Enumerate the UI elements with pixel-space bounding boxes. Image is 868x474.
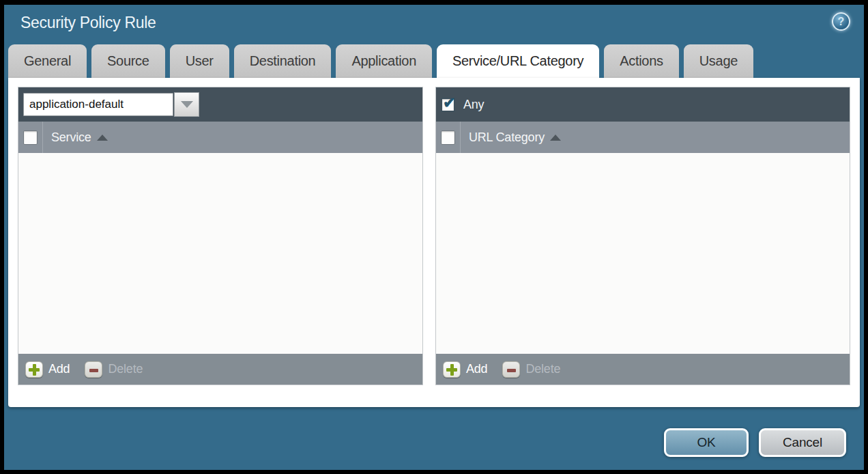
tab-general[interactable]: General (8, 44, 87, 78)
delete-minus-icon (85, 361, 102, 378)
service-selector-bar (18, 87, 422, 122)
service-column-label: Service (51, 130, 91, 145)
tab-usage[interactable]: Usage (684, 44, 753, 78)
delete-button-label: Delete (525, 362, 560, 376)
add-plus-icon (25, 361, 43, 378)
add-plus-icon (443, 361, 461, 378)
service-panel: Service Add Delete (18, 87, 423, 385)
tab-service-url-category[interactable]: Service/URL Category (437, 44, 599, 78)
service-list-body (18, 153, 422, 354)
delete-button-label: Delete (108, 362, 143, 376)
ok-button[interactable]: OK (664, 428, 749, 457)
tab-bar: GeneralSourceUserDestinationApplicationS… (4, 44, 864, 78)
sort-ascending-icon (550, 135, 561, 141)
service-header-checkbox-cell (18, 122, 43, 153)
url-any-bar: ✔ Any (436, 87, 850, 122)
checkmark-icon: ✔ (443, 94, 455, 112)
url-category-panel: ✔ Any URL Category Add (435, 87, 850, 385)
service-footer: Add Delete (18, 354, 422, 385)
url-table-header: URL Category (436, 122, 850, 153)
dialog-title: Security Policy Rule (20, 14, 156, 32)
add-button-label: Add (48, 362, 70, 376)
url-category-column-header[interactable]: URL Category (469, 130, 561, 145)
url-add-button[interactable]: Add (443, 361, 487, 378)
chevron-down-icon (181, 101, 193, 108)
service-table-header: Service (18, 122, 422, 153)
service-selector-dropdown-button[interactable] (174, 92, 199, 117)
security-policy-rule-dialog: Security Policy Rule ? GeneralSourceUser… (4, 5, 864, 470)
service-add-button[interactable]: Add (25, 361, 70, 378)
dialog-action-row: OK Cancel (4, 407, 864, 470)
any-checkbox-label: Any (463, 98, 484, 112)
dialog-content: Service Add Delete (8, 78, 860, 407)
url-category-column-label: URL Category (469, 130, 545, 145)
service-selector-input[interactable] (23, 93, 173, 116)
sort-ascending-icon (97, 135, 108, 141)
url-footer: Add Delete (436, 354, 850, 385)
tab-application[interactable]: Application (336, 44, 432, 78)
delete-minus-icon (502, 361, 520, 378)
any-checkbox[interactable]: ✔ (441, 98, 455, 112)
help-icon[interactable]: ? (832, 12, 850, 31)
service-select-all-checkbox[interactable] (23, 130, 38, 145)
url-list-body (436, 153, 850, 354)
tab-destination[interactable]: Destination (234, 44, 332, 78)
tab-user[interactable]: User (170, 44, 229, 78)
url-select-all-checkbox[interactable] (441, 130, 455, 145)
cancel-button[interactable]: Cancel (759, 428, 846, 457)
service-delete-button[interactable]: Delete (85, 361, 143, 378)
url-delete-button[interactable]: Delete (502, 361, 560, 378)
url-header-checkbox-cell (436, 122, 461, 153)
tab-actions[interactable]: Actions (604, 44, 679, 78)
tab-source[interactable]: Source (91, 44, 165, 78)
service-column-header[interactable]: Service (51, 130, 108, 145)
add-button-label: Add (466, 362, 487, 376)
title-bar: Security Policy Rule ? (4, 5, 864, 44)
